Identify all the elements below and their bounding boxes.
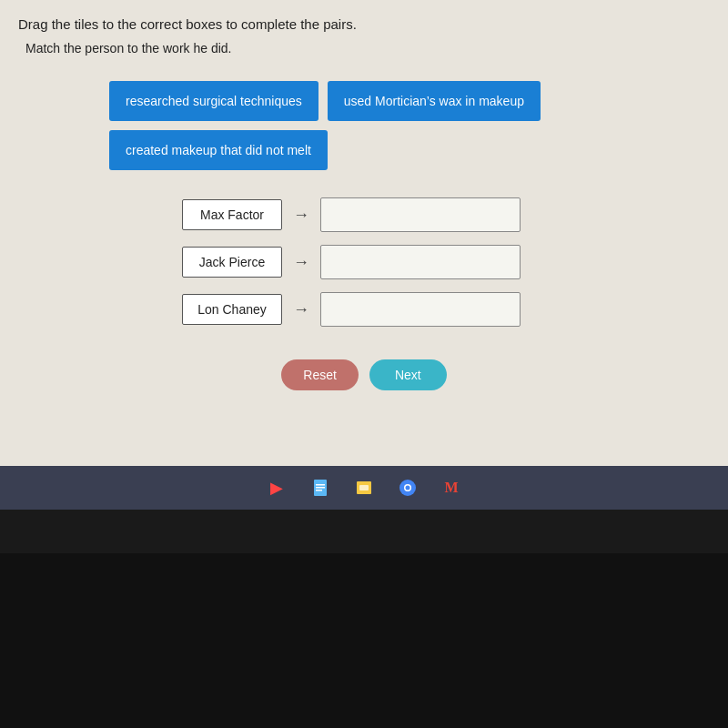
tiles-container: researched surgical techniques used Mort… bbox=[109, 81, 710, 170]
name-max-factor: Max Factor bbox=[182, 199, 282, 230]
slides-icon[interactable] bbox=[350, 474, 378, 501]
next-button[interactable]: Next bbox=[369, 359, 447, 390]
arrow-jack-pierce: → bbox=[293, 253, 309, 272]
tile-mortician-wax[interactable]: used Mortician’s wax in makeup bbox=[328, 81, 541, 121]
svg-rect-3 bbox=[316, 490, 322, 491]
matching-area: Max Factor → Jack Pierce → Lon Chaney → bbox=[182, 197, 710, 327]
match-row-max-factor: Max Factor → bbox=[182, 197, 710, 232]
arrow-max-factor: → bbox=[293, 206, 309, 225]
match-row-jack-pierce: Jack Pierce → bbox=[182, 245, 710, 279]
drop-box-max-factor[interactable] bbox=[320, 197, 521, 232]
instruction-title: Drag the tiles to the correct boxes to c… bbox=[18, 16, 710, 32]
drop-box-jack-pierce[interactable] bbox=[320, 245, 521, 279]
name-lon-chaney: Lon Chaney bbox=[182, 294, 282, 325]
bottom-black-area bbox=[0, 553, 728, 728]
svg-point-8 bbox=[406, 486, 410, 490]
docs-icon[interactable] bbox=[307, 474, 334, 501]
name-jack-pierce: Jack Pierce bbox=[182, 247, 282, 278]
tile-created-makeup[interactable]: created makeup that did not melt bbox=[109, 130, 328, 170]
svg-rect-2 bbox=[316, 487, 325, 489]
reset-button[interactable]: Reset bbox=[281, 359, 359, 390]
svg-rect-1 bbox=[316, 484, 325, 486]
drop-box-lon-chaney[interactable] bbox=[320, 292, 521, 327]
arrow-lon-chaney: → bbox=[293, 300, 309, 319]
instruction-subtitle: Match the person to the work he did. bbox=[25, 41, 710, 56]
tile-researched-surgical[interactable]: researched surgical techniques bbox=[109, 81, 318, 121]
match-row-lon-chaney: Lon Chaney → bbox=[182, 292, 710, 327]
gmail-icon[interactable]: M bbox=[438, 474, 465, 501]
svg-rect-5 bbox=[359, 485, 369, 490]
chrome-icon[interactable] bbox=[394, 474, 421, 501]
taskbar: ▶ M bbox=[0, 466, 728, 510]
buttons-row: Reset Next bbox=[18, 359, 710, 390]
youtube-icon[interactable]: ▶ bbox=[263, 474, 290, 501]
